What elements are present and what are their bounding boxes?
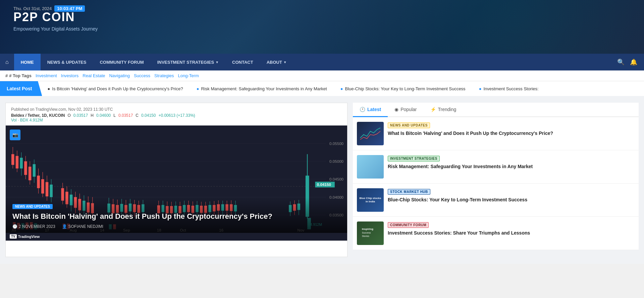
overlay-meta: 🕐 2 NOVEMBER 2023 👤 SOFIANE NEDJIMI (12, 224, 340, 229)
svg-text:Success: Success (362, 232, 371, 234)
nav-home-icon[interactable]: ⌂ (0, 54, 14, 70)
ticker-item-4[interactable]: ● Investment Success Stories: (479, 86, 539, 91)
svg-rect-14 (16, 156, 18, 168)
ticker-dot-4: ● (479, 86, 482, 91)
chart-vol: Vol · BDX 4.912M (11, 118, 342, 122)
ticker-item-2[interactable]: ● Risk Management: Safeguarding Your Inv… (197, 86, 327, 91)
ticker-item-1[interactable]: ● Is Bitcoin 'Halving' and Does it Push … (47, 86, 183, 91)
tag-investment[interactable]: Investment (36, 73, 57, 78)
tab-popular[interactable]: ◉ Popular (388, 103, 423, 117)
header-content: P2P COIN Empowering Your Digital Assets … (0, 0, 644, 32)
news-card-1[interactable]: NEWS AND UPDATES What Is Bitcoin 'Halvin… (353, 117, 639, 150)
site-header: Thu. Oct 31st, 2024 10:03:47 PM P2P COIN… (0, 0, 644, 54)
nav-community-label: COMMUNITY FORUM (100, 60, 144, 65)
main-navbar: ⌂ HOME NEWS & UPDATES COMMUNITY FORUM IN… (0, 54, 644, 70)
news-category-1: NEWS AND UPDATES (388, 122, 430, 128)
news-title-1: What Is Bitcoin 'Halving' and Does it Pu… (388, 130, 635, 137)
dropdown-arrow-about-icon: ▼ (283, 60, 287, 64)
overlay-date: 🕐 2 NOVEMBER 2023 (12, 224, 55, 229)
tags-bar: # # Top Tags Investment Investors Real E… (0, 70, 644, 81)
nav-item-investment[interactable]: INVESTMENT STRATEGIES ▼ (151, 54, 225, 70)
hash-icon: # (5, 73, 8, 78)
tag-success[interactable]: Success (134, 73, 150, 78)
main-content: Published on TradingView.com, Nov 02, 20… (0, 96, 644, 264)
news-title-4: Investment Success Stories: Share Your T… (388, 230, 635, 237)
nav-contact-label: CONTACT (232, 60, 253, 65)
svg-rect-28 (46, 182, 48, 197)
news-body-2: INVESTMENT STRATEGIES Risk Management: S… (388, 155, 635, 179)
svg-text:Stories: Stories (362, 235, 369, 237)
chart-published: Published on TradingView.com, Nov 02, 20… (11, 107, 342, 112)
tag-long-term[interactable]: Long-Term (178, 73, 199, 78)
nav-item-contact[interactable]: CONTACT (225, 54, 260, 70)
tag-real-estate[interactable]: Real Estate (83, 73, 105, 78)
chart-price-c: 0.04150 (141, 113, 156, 118)
screenshot-button[interactable]: 📷 (10, 130, 20, 140)
nav-action-icons: 🔍 🔔 (617, 58, 644, 66)
ticker-dot-3: ● (340, 86, 343, 91)
svg-rect-20 (29, 167, 31, 181)
news-card-3[interactable]: Blue Chip stocks in India STOCK MARKET H… (353, 184, 639, 217)
tag-strategies[interactable]: Strategies (154, 73, 174, 78)
nav-item-news[interactable]: NEWS & UPDATES (41, 54, 93, 70)
popular-tab-icon: ◉ (394, 107, 398, 112)
news-body-1: NEWS AND UPDATES What Is Bitcoin 'Halvin… (388, 122, 635, 145)
ticker-bar: Latest Post ● Is Bitcoin 'Halving' and D… (0, 81, 644, 96)
nav-item-home[interactable]: HOME (14, 54, 41, 70)
news-title-2: Risk Management: Safeguarding Your Inves… (388, 163, 635, 170)
chart-section: Published on TradingView.com, Nov 02, 20… (5, 103, 347, 257)
svg-rect-12 (11, 154, 14, 165)
chart-container: 📷 0.05500 0.05000 0.04500 0.04000 (6, 126, 347, 241)
user-icon: 👤 (62, 224, 67, 229)
nav-item-community[interactable]: COMMUNITY FORUM (93, 54, 150, 70)
tags-label: # # Top Tags (5, 73, 32, 78)
tag-navigating[interactable]: Navigating (109, 73, 129, 78)
svg-text:0.05000: 0.05000 (329, 159, 344, 163)
svg-rect-26 (41, 179, 44, 194)
clock-tab-icon: 🕐 (360, 107, 365, 112)
news-body-3: STOCK MARKET HUB Blue-Chip Stocks: Your … (388, 188, 635, 212)
news-thumb-success-visual: Inspiring Success Stories (357, 221, 384, 245)
tv-icon: TV (10, 234, 17, 239)
news-title-3: Blue-Chip Stocks: Your Key to Long-Term … (388, 197, 635, 203)
chart-price-l: 0.03517 (118, 113, 133, 118)
notifications-button[interactable]: 🔔 (630, 58, 637, 66)
trending-tab-icon: ⚡ (430, 107, 436, 112)
chart-price-o-label: O (67, 113, 70, 118)
search-button[interactable]: 🔍 (617, 58, 625, 66)
tab-latest[interactable]: 🕐 Latest (353, 103, 388, 117)
svg-rect-16 (20, 158, 22, 168)
svg-rect-18 (24, 161, 27, 175)
svg-text:Inspiring: Inspiring (362, 228, 373, 231)
chart-price-c-label: C (136, 113, 139, 118)
ticker-dot-2: ● (197, 86, 199, 91)
news-thumb-sky-visual (357, 155, 384, 179)
ticker-item-3[interactable]: ● Blue-Chip Stocks: Your Key to Long-Ter… (340, 86, 466, 91)
news-card-4[interactable]: Inspiring Success Stories COMMUNITY FORU… (353, 217, 639, 250)
chart-article-overlay: NEWS AND UPDATES What Is Bitcoin 'Halvin… (6, 198, 347, 233)
sidebar: 🕐 Latest ◉ Popular ⚡ Trending (347, 103, 639, 257)
site-title: P2P COIN (13, 10, 631, 24)
svg-text:0.04500: 0.04500 (329, 177, 344, 181)
ticker-dot-1: ● (47, 86, 50, 91)
chart-header: Published on TradingView.com, Nov 02, 20… (6, 103, 347, 126)
chart-body: 📷 0.05500 0.05000 0.04500 0.04000 (6, 126, 347, 233)
news-thumb-3: Blue Chip stocks in India (357, 188, 384, 212)
news-thumb-2 (357, 155, 384, 179)
sidebar-tabs: 🕐 Latest ◉ Popular ⚡ Trending (353, 103, 639, 117)
tab-trending[interactable]: ⚡ Trending (424, 103, 463, 117)
nav-item-about[interactable]: ABOUT ▼ (260, 54, 293, 70)
chart-change: +0.00613 (+17.33%) (158, 113, 195, 118)
tag-investors[interactable]: Investors (61, 73, 79, 78)
ticker-label: Latest Post (0, 81, 42, 96)
chart-price-h: 0.04600 (96, 113, 111, 118)
svg-rect-22 (33, 164, 36, 177)
svg-rect-24 (37, 176, 40, 188)
tradingview-logo: TV TradingView (10, 234, 40, 239)
chart-price-o: 0.03517 (73, 113, 88, 118)
chart-price-l-label: L (113, 113, 116, 118)
clock-icon: 🕐 (12, 224, 17, 229)
overlay-author: 👤 SOFIANE NEDJIMI (62, 224, 103, 229)
news-thumb-chart-visual (357, 122, 384, 145)
news-card-2[interactable]: INVESTMENT STRATEGIES Risk Management: S… (353, 150, 639, 184)
